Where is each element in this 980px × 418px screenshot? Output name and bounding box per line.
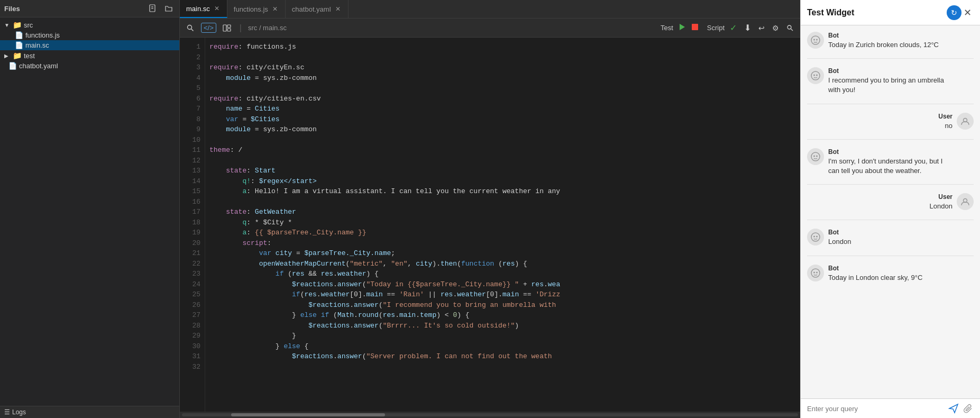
logs-icon: ☰: [4, 408, 10, 416]
svg-rect-5: [223, 25, 226, 31]
chat-messages: Bot Today in Zurich broken clouds, 12°C …: [801, 25, 980, 398]
msg-text-user-2: London: [930, 202, 952, 211]
code-content[interactable]: require: functions.js require: city/city…: [205, 38, 800, 412]
msg-text-bot-3: I'm sorry, I don't understand you, but I…: [828, 157, 945, 176]
visual-editor-button[interactable]: [221, 23, 233, 33]
expand-arrow-src: ▼: [4, 22, 11, 28]
tab-label-chatbot-yaml: chatbot.yaml: [292, 5, 331, 13]
expand-arrow-test: ▶: [4, 53, 11, 59]
svg-point-20: [813, 155, 815, 157]
message-bot-2: Bot I recommend you to bring an umbrella…: [807, 67, 974, 95]
folder-icon-src: 📁: [13, 21, 22, 29]
tab-main-sc[interactable]: main.sc ✕: [180, 0, 227, 18]
msg-sender-user-2: User: [930, 193, 952, 201]
search-button[interactable]: [184, 23, 197, 33]
check-button[interactable]: ✓: [728, 22, 739, 34]
download-button[interactable]: ⬇: [742, 22, 753, 34]
divider-4: [807, 184, 974, 185]
tab-functions-js[interactable]: functions.js ✕: [227, 0, 286, 18]
tree-item-main-sc[interactable]: 📄 main.sc: [0, 40, 179, 50]
tree-item-chatbot-yaml[interactable]: 📄 chatbot.yaml: [0, 61, 179, 71]
close-chat-button[interactable]: ✕: [961, 5, 974, 21]
tab-close-functions-js[interactable]: ✕: [271, 5, 279, 13]
svg-point-16: [813, 75, 815, 76]
svg-point-24: [813, 236, 815, 238]
file-panel: Files ▼ 📁 src 📄 functions.js 📄 main.sc ▶…: [0, 0, 180, 418]
msg-text-bot-5: Today in London clear sky, 9°C: [828, 273, 922, 283]
svg-point-13: [813, 39, 815, 41]
message-bot-5: Bot Today in London clear sky, 9°C: [807, 265, 974, 283]
svg-point-15: [811, 71, 820, 80]
file-icon-chatbot: 📄: [8, 62, 17, 70]
divider-5: [807, 220, 974, 220]
svg-point-12: [811, 36, 820, 44]
bot-avatar-2: [807, 67, 824, 84]
svg-point-14: [816, 39, 818, 41]
bot-avatar-1: [807, 32, 824, 49]
msg-content-bot-5: Bot Today in London clear sky, 9°C: [828, 265, 922, 283]
tab-label-main-sc: main.sc: [186, 5, 210, 13]
bot-avatar-3: [807, 148, 824, 165]
settings-button[interactable]: ⚙: [770, 23, 781, 33]
tree-item-functions-js[interactable]: 📄 functions.js: [0, 30, 179, 40]
user-avatar-1: [957, 113, 974, 130]
chat-input-area: [801, 398, 980, 418]
tab-close-main-sc[interactable]: ✕: [213, 5, 221, 12]
divider-3: [807, 139, 974, 140]
tree-item-test[interactable]: ▶ 📁 test: [0, 50, 179, 61]
tree-label-main: main.sc: [25, 41, 49, 49]
stop-button[interactable]: [690, 22, 700, 34]
attach-button[interactable]: [963, 403, 974, 414]
message-bot-1: Bot Today in Zurich broken clouds, 12°C: [807, 32, 974, 50]
chat-panel: Test Widget ↻ ✕ Bot Today in Zurich brok…: [800, 0, 980, 418]
svg-point-19: [811, 152, 820, 161]
msg-content-user-1: User no: [938, 113, 952, 131]
new-folder-button[interactable]: [162, 3, 175, 14]
editor-section: main.sc ✕ functions.js ✕ chatbot.yaml ✕ …: [180, 0, 800, 418]
tree-item-src[interactable]: ▼ 📁 src: [0, 20, 179, 30]
file-icon-main: 📄: [15, 41, 23, 49]
chat-input[interactable]: [807, 405, 944, 413]
msg-sender-bot-3: Bot: [828, 148, 945, 156]
refresh-button[interactable]: ↻: [947, 5, 961, 20]
msg-content-bot-4: Bot London: [828, 229, 851, 247]
editor-toolbar: </> | src / main.sc Test Script ✓ ⬇ ↩ ⚙: [180, 19, 800, 38]
message-user-1: User no: [807, 113, 974, 131]
svg-point-27: [813, 271, 815, 273]
msg-sender-user-1: User: [938, 113, 952, 120]
tree-label-test: test: [24, 52, 35, 60]
svg-point-26: [811, 269, 820, 277]
msg-content-bot-2: Bot I recommend you to bring an umbrella…: [828, 67, 945, 95]
divider-2: [807, 104, 974, 104]
message-user-2: User London: [807, 193, 974, 211]
svg-marker-8: [680, 24, 685, 30]
send-button[interactable]: [948, 403, 959, 414]
scrollbar-thumb[interactable]: [231, 413, 385, 416]
chat-header: Test Widget ↻ ✕: [801, 0, 980, 25]
msg-text-bot-1: Today in Zurich broken clouds, 12°C: [828, 40, 939, 50]
logs-bar[interactable]: ☰ Logs: [0, 406, 179, 418]
undo-button[interactable]: ↩: [756, 23, 767, 33]
horizontal-scrollbar[interactable]: [180, 412, 800, 418]
svg-point-17: [816, 75, 818, 76]
run-button[interactable]: [676, 22, 687, 34]
toolbar-right: Test Script ✓ ⬇ ↩ ⚙: [661, 22, 796, 34]
tab-close-chatbot-yaml[interactable]: ✕: [334, 5, 342, 13]
msg-sender-bot-5: Bot: [828, 265, 922, 272]
svg-rect-9: [692, 24, 698, 30]
message-bot-3: Bot I'm sorry, I don't understand you, b…: [807, 148, 974, 176]
tab-chatbot-yaml[interactable]: chatbot.yaml ✕: [286, 0, 349, 18]
code-icon-button[interactable]: </>: [201, 23, 216, 33]
svg-point-10: [787, 25, 791, 29]
file-icon-functions: 📄: [15, 31, 23, 39]
tree-label-src: src: [24, 21, 33, 29]
new-file-button[interactable]: [146, 3, 159, 14]
svg-point-21: [816, 155, 818, 157]
search-editor-button[interactable]: [784, 23, 796, 33]
msg-content-bot-3: Bot I'm sorry, I don't understand you, b…: [828, 148, 945, 176]
chat-title: Test Widget: [807, 8, 947, 17]
svg-rect-7: [227, 29, 231, 31]
divider-6: [807, 256, 974, 256]
bot-avatar-4: [807, 229, 824, 246]
user-avatar-2: [957, 193, 974, 210]
